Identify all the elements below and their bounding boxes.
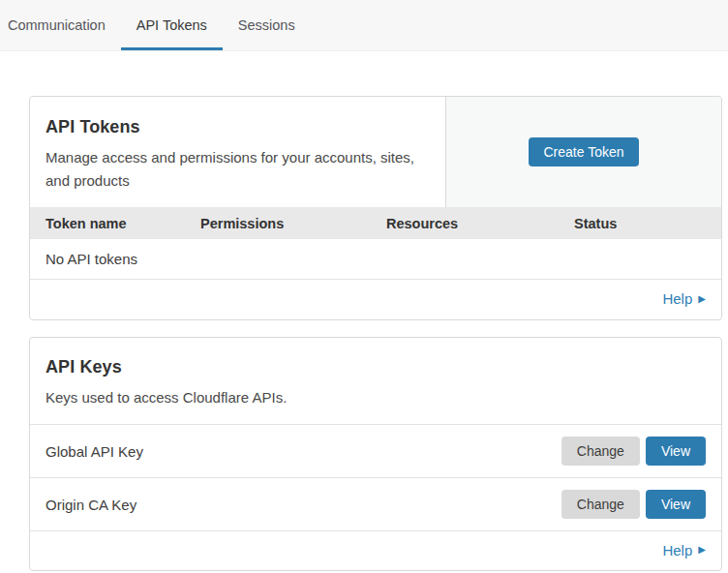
change-origin-ca-key-button[interactable]: Change <box>561 490 640 519</box>
api-tokens-title: API Tokens <box>46 117 430 137</box>
api-tokens-card-header: API Tokens Manage access and permissions… <box>30 97 721 207</box>
tokens-help-link[interactable]: Help ▶ <box>662 290 706 307</box>
tab-communication[interactable]: Communication <box>0 0 121 50</box>
chevron-right-icon: ▶ <box>698 545 706 555</box>
chevron-right-icon: ▶ <box>698 294 706 304</box>
tokens-help-label: Help <box>662 290 692 307</box>
api-tokens-description: Manage access and permissions for your a… <box>46 146 430 193</box>
tab-api-tokens[interactable]: API Tokens <box>121 0 223 50</box>
tab-bar: Communication API Tokens Sessions <box>0 0 728 51</box>
api-keys-card: API Keys Keys used to access Cloudflare … <box>29 337 722 571</box>
tokens-empty-row: No API tokens <box>30 239 721 280</box>
keys-card-footer: Help ▶ <box>30 530 721 570</box>
tokens-card-footer: Help ▶ <box>30 280 721 319</box>
column-header-status: Status <box>574 216 721 231</box>
view-origin-ca-key-button[interactable]: View <box>646 490 706 519</box>
tab-sessions[interactable]: Sessions <box>223 0 311 50</box>
api-tokens-card-action-area: Create Token <box>445 97 721 207</box>
key-name-label: Origin CA Key <box>46 497 136 513</box>
key-row-actions: Change View <box>561 490 706 519</box>
api-tokens-card: API Tokens Manage access and permissions… <box>29 96 722 320</box>
api-keys-title: API Keys <box>46 357 706 377</box>
column-header-token-name: Token name <box>46 216 200 231</box>
key-name-label: Global API Key <box>46 443 143 460</box>
key-row-origin-ca-key: Origin CA Key Change View <box>30 477 721 530</box>
view-global-api-key-button[interactable]: View <box>646 437 706 466</box>
tokens-table-header: Token name Permissions Resources Status <box>30 207 721 239</box>
column-header-resources: Resources <box>386 216 574 231</box>
api-keys-description: Keys used to access Cloudflare APIs. <box>46 386 433 409</box>
key-row-actions: Change View <box>561 437 706 466</box>
change-global-api-key-button[interactable]: Change <box>561 437 640 466</box>
keys-help-link[interactable]: Help ▶ <box>662 542 706 558</box>
create-token-button[interactable]: Create Token <box>529 137 638 166</box>
keys-help-label: Help <box>662 542 692 558</box>
api-keys-card-header: API Keys Keys used to access Cloudflare … <box>30 338 721 424</box>
key-row-global-api-key: Global API Key Change View <box>30 424 721 477</box>
api-tokens-card-header-text: API Tokens Manage access and permissions… <box>30 97 445 207</box>
tokens-empty-message: No API tokens <box>46 251 137 267</box>
column-header-permissions: Permissions <box>200 216 386 231</box>
